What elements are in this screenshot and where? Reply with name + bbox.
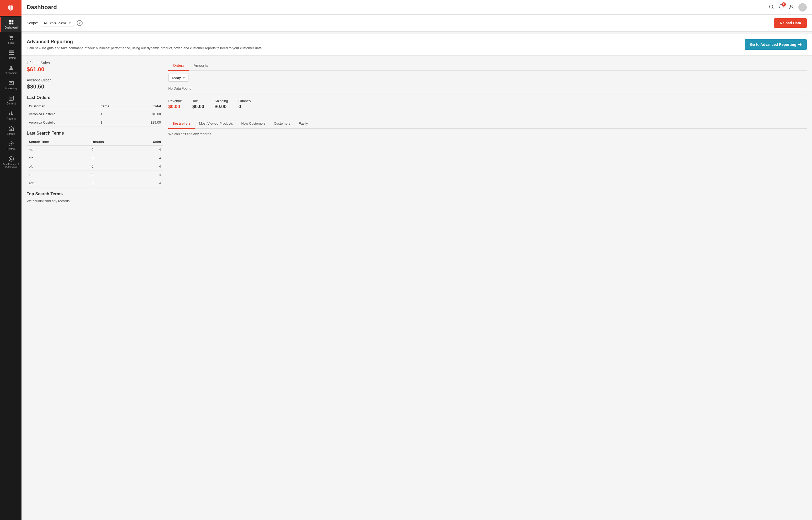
notification-badge: 2 [782, 2, 786, 6]
date-selector[interactable]: Today [168, 74, 189, 82]
table-row: edt04 [27, 179, 163, 187]
reload-data-button[interactable]: Reload Data [774, 18, 807, 28]
table-row: oft04 [27, 162, 163, 171]
svg-point-15 [10, 158, 11, 159]
help-icon[interactable]: ? [77, 20, 82, 26]
search-icon[interactable] [768, 4, 774, 11]
shipping-stat: Shipping $0.00 [215, 99, 228, 109]
sidebar-item-customers[interactable]: Customers [0, 62, 22, 78]
shipping-value: $0.00 [215, 104, 228, 109]
bottom-tabs: Bestsellers Most Viewed Products New Cus… [168, 119, 807, 129]
table-row: Veronica Costello1$0.00 [27, 110, 163, 118]
table-row: Veronica Costello1$29.00 [27, 118, 163, 127]
table-row: sth04 [27, 154, 163, 162]
dashboard-grid: Lifetime Sales $61.00 Average Order $30.… [22, 55, 812, 208]
sidebar-item-sales[interactable]: Sales [0, 32, 22, 47]
tax-label: Tax [192, 99, 204, 103]
svg-rect-4 [11, 23, 13, 24]
tab-amounts[interactable]: Amounts [189, 61, 213, 71]
search-results: 0 [90, 171, 131, 179]
no-data-message: No Data Found [168, 86, 807, 90]
tab-customers[interactable]: Customers [270, 119, 295, 129]
user-icon[interactable] [788, 4, 794, 11]
shipping-label: Shipping [215, 99, 228, 103]
sidebar-item-content[interactable]: Content [0, 93, 22, 108]
order-customer: Veronica Costello [27, 110, 98, 118]
sidebar: Dashboard Sales Catalog Customers Market… [0, 0, 22, 520]
topbar: Dashboard 2 [22, 0, 812, 15]
search-uses: 4 [131, 171, 163, 179]
search-results: 0 [90, 154, 131, 162]
average-order-block: Average Order $30.50 [27, 78, 163, 90]
tab-fastly[interactable]: Fastly [295, 119, 312, 129]
svg-rect-8 [9, 52, 14, 53]
search-term: men [27, 146, 90, 154]
lifetime-sales-value: $61.00 [27, 66, 163, 73]
order-items: 1 [98, 118, 129, 127]
notifications-icon[interactable]: 2 [779, 4, 784, 11]
scope-selector[interactable]: All Store Views [41, 20, 74, 26]
bottom-panel-empty: We couldn't find any records. [168, 132, 807, 136]
tab-most-viewed-products[interactable]: Most Viewed Products [195, 119, 237, 129]
revenue-label: Revenue [168, 99, 182, 103]
tab-new-customers[interactable]: New Customers [237, 119, 270, 129]
tax-stat: Tax $0.00 [192, 99, 204, 109]
quantity-label: Quantity [239, 99, 251, 103]
search-term: oft [27, 162, 90, 171]
last-orders-col-customer: Customer [27, 103, 98, 110]
search-uses: 4 [131, 162, 163, 171]
svg-point-13 [10, 143, 12, 145]
search-col-results: Results [90, 138, 131, 146]
scope-bar: Scope: All Store Views ? Reload Data [22, 15, 812, 32]
goto-advanced-reporting-button[interactable]: Go to Advanced Reporting [745, 39, 807, 50]
revenue-stat: Revenue $0.00 [168, 99, 182, 109]
quantity-value: 0 [239, 104, 251, 109]
quantity-stat: Quantity 0 [239, 99, 251, 109]
sidebar-item-find-partners[interactable]: Find Partners & Extensions [0, 153, 22, 171]
last-orders-col-total: Total [129, 103, 163, 110]
lifetime-sales-block: Lifetime Sales $61.00 [27, 61, 163, 73]
right-panel: Orders Amounts Today No Data Found Reven… [168, 61, 807, 136]
top-search-terms-title: Top Search Terms [27, 192, 163, 197]
average-order-title: Average Order [27, 78, 163, 82]
search-term: edt [27, 179, 90, 187]
sidebar-item-system[interactable]: System [0, 138, 22, 153]
bottom-panel: Bestsellers Most Viewed Products New Cus… [168, 119, 807, 136]
content-area: Scope: All Store Views ? Reload Data Adv… [22, 15, 812, 520]
scope-value: All Store Views [44, 21, 67, 25]
sidebar-item-stores[interactable]: Stores [0, 123, 22, 138]
sidebar-item-catalog[interactable]: Catalog [0, 47, 22, 62]
sidebar-item-reports[interactable]: Reports [0, 108, 22, 123]
svg-point-16 [11, 158, 12, 159]
avatar[interactable] [798, 3, 807, 11]
order-customer: Veronica Costello [27, 118, 98, 127]
last-search-terms-table: Search Term Results Uses men04sth04oft04… [27, 138, 163, 187]
logo[interactable] [0, 0, 22, 16]
last-orders-title: Last Orders [27, 95, 163, 100]
svg-point-10 [10, 66, 12, 68]
sidebar-item-dashboard[interactable]: Dashboard [0, 17, 22, 32]
search-term: tis [27, 171, 90, 179]
main-content: Dashboard 2 Scope: All Store Views [22, 0, 812, 520]
order-items: 1 [98, 110, 129, 118]
tax-value: $0.00 [192, 104, 204, 109]
svg-point-6 [12, 39, 13, 40]
left-panel: Lifetime Sales $61.00 Average Order $30.… [27, 61, 163, 203]
stats-row: Revenue $0.00 Tax $0.00 Shipping $0.00 Q… [168, 95, 807, 114]
svg-point-5 [10, 39, 11, 40]
order-total: $29.00 [129, 118, 163, 127]
tab-orders[interactable]: Orders [168, 61, 189, 71]
search-uses: 4 [131, 146, 163, 154]
sidebar-item-marketing[interactable]: Marketing [0, 78, 22, 93]
scope-label: Scope: [27, 21, 38, 25]
lifetime-sales-title: Lifetime Sales [27, 61, 163, 65]
table-row: men04 [27, 146, 163, 154]
svg-rect-9 [9, 54, 14, 55]
tab-bestsellers[interactable]: Bestsellers [168, 119, 195, 129]
orders-amounts-tabs: Orders Amounts [168, 61, 807, 71]
advanced-reporting-description: Gain new insights and take command of yo… [27, 46, 263, 50]
svg-rect-2 [11, 20, 13, 22]
topbar-actions: 2 [768, 3, 807, 11]
svg-rect-3 [9, 23, 11, 24]
revenue-value: $0.00 [168, 104, 182, 109]
